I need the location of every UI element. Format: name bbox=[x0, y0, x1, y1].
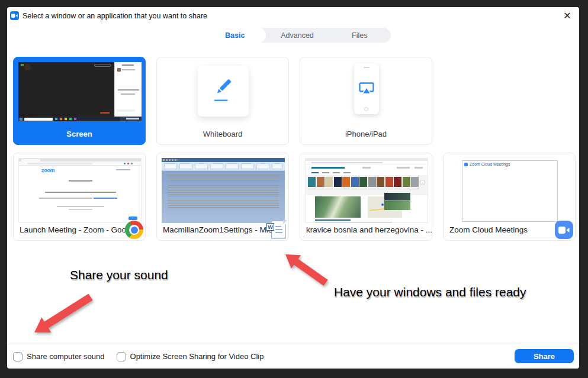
airplay-icon bbox=[359, 82, 374, 97]
image-result-strip bbox=[308, 177, 419, 187]
waterfall-photo bbox=[315, 196, 361, 218]
annotation-windows-ready: Have your windows and files ready bbox=[334, 285, 529, 299]
zoom-icon bbox=[555, 221, 573, 239]
annotation-arrow-to-sound-checkbox bbox=[27, 290, 98, 337]
tile-label: iPhone/iPad bbox=[300, 128, 432, 140]
tile-label: kravice bosnia and herzegovina - ... bbox=[300, 224, 432, 236]
pencil-icon bbox=[210, 77, 237, 105]
tab-bar: Basic Advanced Files bbox=[204, 28, 391, 43]
zoom-app-thumbnail: Zoom Cloud Meetings bbox=[448, 158, 571, 223]
desktop-background: Select a window or an application that y… bbox=[0, 0, 588, 378]
tile-window-zoom-cloud-meetings[interactable]: Zoom Cloud Meetings Zoom Cloud Meetings bbox=[443, 153, 576, 241]
phone-shape bbox=[354, 63, 379, 114]
share-button[interactable]: Share bbox=[515, 349, 574, 363]
iphone-thumbnail bbox=[305, 62, 428, 127]
word-icon: W bbox=[269, 221, 287, 240]
close-icon[interactable]: ✕ bbox=[561, 10, 573, 22]
tile-screen[interactable]: Screen bbox=[13, 57, 146, 145]
annotation-arrow-to-windows bbox=[278, 251, 335, 289]
tile-label: Whiteboard bbox=[157, 128, 288, 140]
footer-bar: Share computer sound Optimize Screen Sha… bbox=[7, 344, 579, 369]
checkbox-icon[interactable] bbox=[13, 352, 23, 361]
checkbox-label: Optimize Screen Sharing for Video Clip bbox=[130, 352, 264, 361]
windows-taskbar bbox=[18, 117, 142, 121]
tile-window-word-document[interactable]: MacmillanZoom1Settings - Micr... W bbox=[156, 153, 289, 241]
tab-files[interactable]: Files bbox=[329, 28, 391, 43]
image-search-thumbnail: › bbox=[305, 158, 428, 223]
tile-label: Screen bbox=[14, 128, 145, 140]
zoom-video-camera-icon bbox=[10, 11, 19, 20]
tile-window-image-search[interactable]: › kravice bosnia and herzegovina - ... bbox=[300, 153, 432, 241]
browser-window-thumbnail: zoom bbox=[18, 158, 142, 223]
screen-thumbnail bbox=[18, 62, 142, 121]
checkbox-icon[interactable] bbox=[117, 352, 126, 361]
tile-whiteboard[interactable]: Whiteboard bbox=[156, 57, 289, 145]
zoom-app-window: Zoom Cloud Meetings bbox=[462, 160, 558, 222]
tab-advanced[interactable]: Advanced bbox=[266, 28, 328, 43]
tab-basic[interactable]: Basic bbox=[204, 28, 266, 43]
zoom-logo-text: zoom bbox=[41, 167, 54, 173]
share-computer-sound-checkbox[interactable]: Share computer sound bbox=[13, 352, 105, 361]
meeting-side-panel bbox=[114, 62, 142, 117]
annotation-share-sound: Share your sound bbox=[70, 268, 168, 282]
tile-iphone-ipad[interactable]: iPhone/iPad bbox=[300, 57, 432, 145]
optimize-video-clip-checkbox[interactable]: Optimize Screen Sharing for Video Clip bbox=[117, 352, 264, 361]
tile-window-launch-meeting[interactable]: zoom Launch Meeting - Zoom - Googl... bbox=[13, 153, 146, 241]
checkbox-label: Share computer sound bbox=[27, 352, 105, 361]
chrome-icon bbox=[125, 221, 143, 239]
dialog-title: Select a window or an application that y… bbox=[23, 12, 207, 20]
word-window-thumbnail bbox=[162, 158, 285, 223]
whiteboard-thumbnail bbox=[162, 62, 285, 127]
